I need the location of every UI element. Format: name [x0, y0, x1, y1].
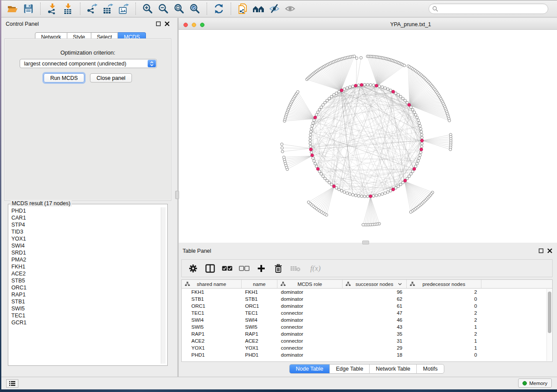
mcds-result-item[interactable]: RAP1 [11, 291, 167, 298]
select-stepper-icon [148, 60, 156, 67]
optimization-criterion-label: Optimization criterion: [5, 49, 171, 56]
close-panel-button[interactable]: Close panel [90, 73, 132, 83]
cell-mcds_role: dominator [277, 303, 343, 309]
mcds-result-item[interactable]: PHD1 [11, 207, 167, 214]
table-row-STB1[interactable]: STB1STB1dominator620 [182, 296, 552, 303]
import-network-icon[interactable] [45, 2, 60, 16]
column-type-icon [185, 282, 190, 286]
close-panel-icon[interactable] [165, 21, 170, 26]
network-window-titlebar[interactable]: YPA_prune.txt_1 [179, 20, 557, 30]
cell-predecessor: 2 [407, 289, 481, 295]
table-row-FKH1[interactable]: FKH1FKH1dominator962 [182, 289, 552, 296]
mcds-result-item[interactable]: PMA2 [11, 256, 167, 263]
search-input[interactable] [438, 5, 545, 12]
mcds-result-item[interactable]: SWI4 [11, 242, 167, 249]
search-box[interactable] [429, 3, 548, 14]
network-canvas[interactable] [179, 30, 557, 243]
table-row-SWI4[interactable]: SWI4SWI4dominator462 [182, 316, 552, 323]
table-row-ACE2[interactable]: ACE2ACE2connector311 [182, 337, 552, 344]
cell-predecessor: 2 [407, 310, 481, 316]
table-row-TEC1[interactable]: TEC1TEC1connector472 [182, 309, 552, 316]
column-header-successor-nodes[interactable]: successor nodes [343, 280, 407, 288]
float-table-panel-icon[interactable] [539, 248, 543, 253]
mcds-result-item[interactable]: YOX1 [11, 235, 167, 242]
horizontal-splitter-grip[interactable] [362, 241, 369, 244]
export-image-icon[interactable] [116, 2, 131, 16]
mcds-result-item[interactable]: SRD1 [11, 249, 167, 256]
cell-predecessor: 1 [407, 338, 481, 344]
zoom-selected-icon[interactable] [187, 2, 203, 16]
mcds-result-item[interactable]: GCR1 [11, 319, 167, 326]
copy-network-icon[interactable] [235, 2, 251, 16]
table-row-YOX1[interactable]: YOX1YOX1connector291 [182, 344, 552, 351]
minimize-window-icon[interactable] [192, 23, 196, 27]
column-header-MCDS-role[interactable]: MCDS role [277, 280, 343, 288]
table-row-RAP1[interactable]: RAP1RAP1dominator352 [182, 330, 552, 337]
column-type-icon [346, 282, 351, 286]
float-panel-icon[interactable] [156, 21, 161, 26]
status-bar: Memory [1, 377, 557, 389]
zoom-in-icon[interactable] [140, 2, 156, 16]
close-window-icon[interactable] [183, 23, 188, 27]
run-mcds-button[interactable]: Run MCDS [44, 73, 84, 83]
mcds-result-item[interactable]: TEC1 [11, 312, 167, 319]
save-icon[interactable] [21, 2, 36, 16]
zoom-fit-icon[interactable] [171, 2, 187, 16]
export-network-icon[interactable] [84, 2, 100, 16]
column-type-icon [280, 282, 286, 286]
open-file-icon[interactable] [5, 2, 21, 16]
column-type-icon [410, 282, 415, 286]
maximize-window-icon[interactable] [200, 23, 204, 27]
cell-predecessor: 2 [407, 331, 481, 337]
mcds-result-list: PHD1CAR1STP4TID3YOX1SWI4SRD1PMA2FKH1ACE2… [8, 204, 167, 326]
show-panels-list-button[interactable] [6, 379, 18, 388]
table-scrollbar[interactable] [547, 289, 552, 361]
tab-motifs[interactable]: Motifs [417, 364, 443, 373]
table-scrollbar-thumb[interactable] [548, 292, 551, 333]
column-header-shared-name[interactable]: shared name [182, 280, 242, 288]
unselect-all-icon[interactable] [239, 263, 249, 274]
tab-node-table[interactable]: Node Table [290, 364, 330, 373]
vertical-splitter-grip[interactable] [175, 191, 179, 199]
zoom-out-icon[interactable] [156, 2, 171, 16]
delete-column-trash-icon[interactable] [273, 263, 284, 274]
cytoscape-window: Control Panel NetworkStyleSelectMCDS Opt… [0, 0, 557, 392]
column-header-name[interactable]: name [242, 280, 277, 288]
cell-predecessor: 0 [407, 352, 481, 358]
tab-edge-table[interactable]: Edge Table [330, 364, 370, 373]
import-table-icon[interactable] [60, 2, 76, 16]
mcds-result-item[interactable]: TID3 [11, 228, 167, 235]
table-row-PHD1[interactable]: PHD1PHD1dominator180 [182, 351, 552, 358]
cell-name: PHD1 [242, 352, 277, 358]
cell-shared_name: SWI5 [182, 324, 242, 330]
mcds-result-item[interactable]: SWI5 [11, 305, 167, 312]
export-table-icon[interactable] [100, 2, 116, 16]
refresh-icon[interactable] [211, 2, 227, 16]
table-row-ORC1[interactable]: ORC1ORC1dominator610 [182, 303, 552, 309]
mcds-result-item[interactable]: STP4 [11, 221, 167, 228]
tab-network-table[interactable]: Network Table [370, 364, 417, 373]
select-all-icon[interactable] [222, 263, 232, 274]
close-table-panel-icon[interactable] [547, 248, 552, 253]
create-column-plus-icon[interactable] [256, 263, 266, 274]
memory-button[interactable]: Memory [518, 378, 552, 388]
column-header-predecessor-nodes[interactable]: predecessor nodes [407, 280, 481, 288]
show-column-panel-icon[interactable] [205, 263, 215, 274]
mcds-result-item[interactable]: ACE2 [11, 270, 167, 277]
mcds-result-item[interactable]: STB1 [11, 298, 167, 305]
cell-mcds_role: dominator [277, 296, 343, 302]
mcds-result-item[interactable]: ORC1 [11, 284, 167, 291]
node-table: shared namenameMCDS rolesuccessor nodesp… [181, 279, 553, 362]
mcds-result-item[interactable]: STB5 [11, 277, 167, 284]
hide-selected-icon[interactable] [266, 2, 282, 16]
table-row-SWI5[interactable]: SWI5SWI5connector431 [182, 323, 552, 330]
cell-name: SWI5 [242, 324, 277, 330]
mcds-result-item[interactable]: CAR1 [11, 214, 167, 221]
mcds-result-item[interactable]: FKH1 [11, 263, 167, 270]
mcds-result-scrollbar[interactable] [161, 207, 166, 364]
cell-successor: 31 [343, 338, 407, 344]
network-overview-icon[interactable] [251, 2, 266, 16]
table-settings-gear-icon[interactable] [188, 263, 198, 274]
cell-mcds_role: dominator [277, 331, 343, 337]
optimization-criterion-select[interactable]: largest connected component (undirected) [20, 59, 157, 68]
